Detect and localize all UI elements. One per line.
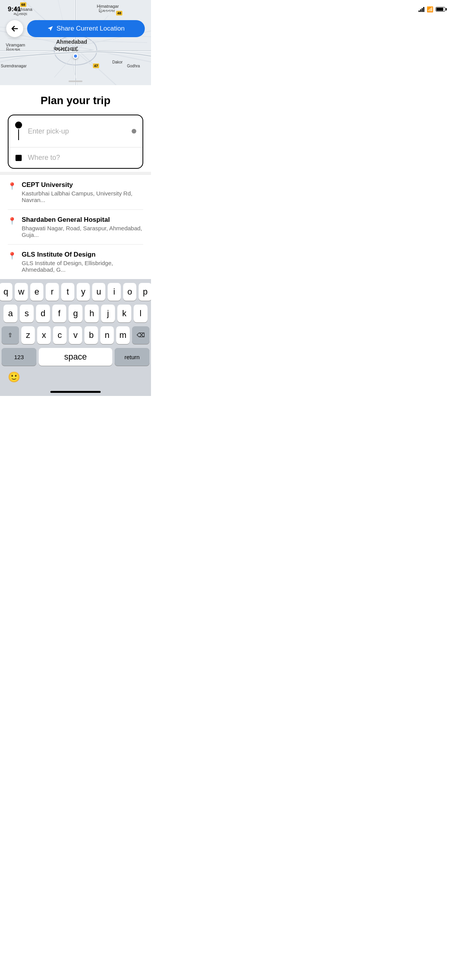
keyboard-row-2: a s d f g h j k l bbox=[2, 305, 149, 322]
key-b[interactable]: b bbox=[84, 326, 98, 344]
map-label-dakor: Dakor bbox=[112, 60, 123, 64]
key-c[interactable]: c bbox=[53, 326, 67, 344]
map-label-viramgam-guj: વિરમગામ bbox=[6, 47, 20, 52]
key-r[interactable]: r bbox=[46, 283, 59, 301]
key-l[interactable]: l bbox=[134, 305, 148, 322]
map-label-viramgam: Viramgam bbox=[6, 43, 25, 47]
cursor-dot bbox=[132, 129, 136, 134]
emoji-row: 🙂 bbox=[2, 369, 149, 388]
map-label-ahmedabad-guj: અમદાવાદ bbox=[53, 46, 78, 53]
map-drag-handle[interactable] bbox=[69, 81, 82, 82]
location-arrow-icon bbox=[47, 26, 53, 32]
back-arrow-icon bbox=[11, 26, 18, 32]
shift-key[interactable]: ⇧ bbox=[2, 326, 19, 344]
key-a[interactable]: a bbox=[3, 305, 17, 322]
suggestion-text-hospital: Shardaben General Hospital Bhagwati Naga… bbox=[22, 216, 143, 238]
key-k[interactable]: k bbox=[117, 305, 131, 322]
space-key[interactable]: space bbox=[39, 348, 112, 366]
pin-icon: 📍 bbox=[8, 252, 16, 260]
keyboard-row-1: q w e r t y u i o p bbox=[2, 283, 149, 301]
pickup-row bbox=[9, 115, 142, 147]
list-item[interactable]: 📍 GLS Institute Of Design GLS Institute … bbox=[8, 245, 143, 279]
suggestion-address: Bhagwati Nagar, Road, Saraspur, Ahmedaba… bbox=[22, 225, 143, 238]
suggestion-name: GLS Institute Of Design bbox=[22, 251, 143, 259]
home-indicator bbox=[2, 388, 149, 394]
key-f[interactable]: f bbox=[52, 305, 66, 322]
section-divider bbox=[0, 172, 151, 175]
destination-input[interactable] bbox=[28, 154, 136, 162]
pin-icon: 📍 bbox=[8, 182, 16, 190]
pickup-input[interactable] bbox=[28, 127, 130, 135]
key-x[interactable]: x bbox=[37, 326, 51, 344]
key-n[interactable]: n bbox=[100, 326, 114, 344]
pickup-circle-icon bbox=[15, 122, 22, 128]
status-bar: 9:41 📶 bbox=[0, 0, 151, 13]
suggestion-address: GLS Institute of Design, Ellisbridge, Ah… bbox=[22, 260, 143, 273]
key-s[interactable]: s bbox=[20, 305, 34, 322]
share-location-button[interactable]: Share Current Location bbox=[27, 20, 145, 37]
road-badge-47: 47 bbox=[93, 63, 99, 68]
suggestion-text-gls: GLS Institute Of Design GLS Institute of… bbox=[22, 251, 143, 273]
map-label-godhra: Godhra bbox=[127, 64, 140, 68]
status-time: 9:41 bbox=[8, 5, 21, 13]
keyboard-row-3: ⇧ z x c v b n m ⌫ bbox=[2, 326, 149, 344]
back-button[interactable] bbox=[6, 20, 23, 37]
key-z[interactable]: z bbox=[21, 326, 35, 344]
map-label-ahmedabad: Ahmedabad bbox=[56, 39, 87, 45]
key-o[interactable]: o bbox=[123, 283, 136, 301]
pin-icon: 📍 bbox=[8, 217, 16, 225]
suggestion-address: Kasturbhai Lalbhai Campus, University Rd… bbox=[22, 190, 143, 203]
route-icons-pickup bbox=[15, 122, 22, 141]
list-item[interactable]: 📍 CEPT University Kasturbhai Lalbhai Cam… bbox=[8, 175, 143, 210]
return-key[interactable]: return bbox=[115, 348, 149, 366]
destination-row[interactable] bbox=[9, 147, 142, 168]
key-v[interactable]: v bbox=[69, 326, 82, 344]
delete-key[interactable]: ⌫ bbox=[132, 326, 149, 344]
suggestion-name: Shardaben General Hospital bbox=[22, 216, 143, 224]
keyboard: q w e r t y u i o p a s d f g h j k l ⇧ … bbox=[0, 279, 151, 396]
home-bar bbox=[50, 391, 101, 393]
list-item[interactable]: 📍 Shardaben General Hospital Bhagwati Na… bbox=[8, 210, 143, 245]
key-g[interactable]: g bbox=[69, 305, 82, 322]
trip-input-box bbox=[8, 115, 143, 169]
suggestion-name: CEPT University bbox=[22, 181, 143, 189]
location-dot bbox=[73, 53, 78, 59]
key-j[interactable]: j bbox=[101, 305, 115, 322]
map-label-surendranagar: Surendranagar bbox=[1, 64, 27, 68]
route-connector-line bbox=[18, 129, 19, 140]
emoji-key[interactable]: 🙂 bbox=[8, 371, 20, 383]
main-content: Plan your trip 📍 CEPT University bbox=[0, 85, 151, 279]
destination-square-icon bbox=[15, 155, 22, 161]
key-d[interactable]: d bbox=[36, 305, 50, 322]
key-m[interactable]: m bbox=[116, 326, 130, 344]
key-e[interactable]: e bbox=[30, 283, 43, 301]
key-w[interactable]: w bbox=[15, 283, 28, 301]
key-t[interactable]: t bbox=[61, 283, 74, 301]
key-p[interactable]: p bbox=[139, 283, 151, 301]
key-h[interactable]: h bbox=[85, 305, 99, 322]
suggestion-text-cept: CEPT University Kasturbhai Lalbhai Campu… bbox=[22, 181, 143, 203]
route-icons-destination bbox=[15, 155, 22, 161]
key-i[interactable]: i bbox=[108, 283, 121, 301]
key-u[interactable]: u bbox=[92, 283, 105, 301]
key-y[interactable]: y bbox=[77, 283, 90, 301]
suggestion-list: 📍 CEPT University Kasturbhai Lalbhai Cam… bbox=[8, 175, 143, 279]
key-q[interactable]: q bbox=[0, 283, 12, 301]
numbers-key[interactable]: 123 bbox=[2, 348, 36, 366]
plan-title: Plan your trip bbox=[8, 85, 143, 115]
keyboard-row-bottom: 123 space return bbox=[2, 348, 149, 366]
